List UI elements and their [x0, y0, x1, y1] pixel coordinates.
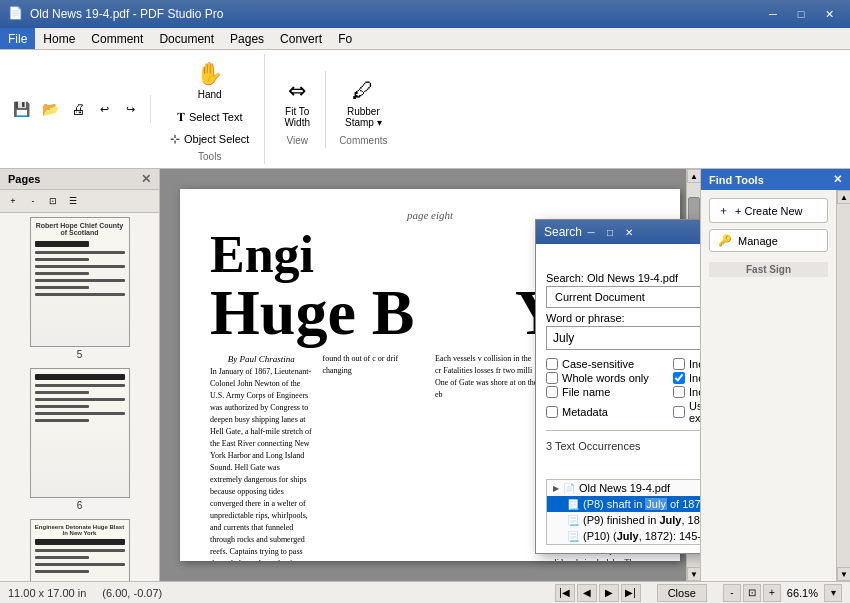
file-name-checkbox[interactable]: [546, 386, 558, 398]
metadata-option[interactable]: Metadata: [546, 400, 665, 424]
create-new-button[interactable]: ＋ + Create New: [709, 198, 828, 223]
result-file-header[interactable]: ▶ 📄 Old News 19-4.pdf: [547, 480, 700, 496]
print-button[interactable]: 🖨: [66, 95, 90, 123]
key-icon: 🔑: [718, 234, 732, 247]
case-sensitive-option[interactable]: Case-sensitive: [546, 358, 665, 370]
result-item-1[interactable]: 📃 (P9) finished in July, 1872." In fact,…: [547, 512, 700, 528]
close-right-panel-button[interactable]: ✕: [833, 173, 842, 186]
page-navigation: |◀ ◀ ▶ ▶|: [555, 584, 641, 602]
zoom-out-button[interactable]: -: [723, 584, 741, 602]
first-page-button[interactable]: |◀: [555, 584, 575, 602]
page-thumb-5[interactable]: Robert Hope Chief County of Scotland 5: [20, 217, 140, 360]
content-wrapper: Pages ✕ + - ⊡ ☰ Robert Hope Chief County…: [0, 169, 850, 581]
page-dimensions: 11.00 x 17.00 in: [8, 587, 86, 599]
close-pages-panel-button[interactable]: ✕: [141, 172, 151, 186]
menu-item-fo[interactable]: Fo: [330, 28, 360, 49]
rp-scroll-up[interactable]: ▲: [837, 190, 850, 204]
phrase-label: Word or phrase:: [546, 312, 700, 324]
search-phrase-input[interactable]: [546, 326, 700, 350]
use-regex-checkbox[interactable]: [673, 406, 685, 418]
app-window: 📄 Old News 19-4.pdf - PDF Studio Pro ─ □…: [0, 0, 850, 603]
body-text: In January of 1867, Lieutenant-Colonel J…: [210, 366, 313, 561]
scroll-up-button[interactable]: ▲: [687, 169, 700, 183]
close-button[interactable]: ✕: [816, 0, 842, 28]
zoom-fit-button[interactable]: ⊡: [743, 584, 761, 602]
menu-item-pages[interactable]: Pages: [222, 28, 272, 49]
tools-group: ✋ Hand 𝐓 Select Text ⊹ Object Select Too…: [155, 54, 265, 164]
pages-scroll[interactable]: ☰: [64, 192, 82, 210]
menu-item-home[interactable]: Home: [35, 28, 83, 49]
menu-item-convert[interactable]: Convert: [272, 28, 330, 49]
page-6-label: 6: [77, 500, 83, 511]
result-icon-0: 📃: [567, 499, 579, 510]
result-icon-2: 📃: [567, 531, 579, 542]
hand-tool-button[interactable]: ✋ Hand: [189, 56, 230, 105]
maximize-button[interactable]: □: [788, 0, 814, 28]
redo-button[interactable]: ↪: [118, 95, 142, 123]
include-fields-checkbox[interactable]: [673, 372, 685, 384]
menu-item-comment[interactable]: Comment: [83, 28, 151, 49]
object-select-button[interactable]: ⊹ Object Select: [163, 129, 256, 149]
undo-button[interactable]: ↩: [92, 95, 116, 123]
pages-zoom-out[interactable]: -: [24, 192, 42, 210]
scroll-down-button[interactable]: ▼: [687, 567, 700, 581]
last-page-button[interactable]: ▶|: [621, 584, 641, 602]
manage-button[interactable]: 🔑 Manage: [709, 229, 828, 252]
right-panel-content: ＋ + Create New 🔑 Manage Fast Sign: [701, 190, 836, 581]
zoom-level: 66.1%: [783, 587, 822, 599]
page-5-image[interactable]: Robert Hope Chief County of Scotland: [30, 217, 130, 347]
document-view[interactable]: page eight Engi ate Huge B York: [160, 169, 700, 581]
search-scope-select[interactable]: Current Document: [546, 286, 700, 308]
menu-item-file[interactable]: File: [0, 28, 35, 49]
byline: By Paul Chrastina: [210, 353, 313, 366]
pages-fit[interactable]: ⊡: [44, 192, 62, 210]
menu-bar: File Home Comment Document Pages Convert…: [0, 28, 850, 50]
zoom-controls: - ⊡ + 66.1% ▾: [723, 584, 842, 602]
include-attachments-checkbox[interactable]: [673, 386, 685, 398]
close-status-button[interactable]: Close: [657, 584, 707, 602]
create-new-label: + Create New: [735, 205, 803, 217]
result-icon-1: 📃: [567, 515, 579, 526]
include-comments-option[interactable]: Include comments: [673, 358, 700, 370]
file-name-option[interactable]: File name: [546, 386, 665, 398]
page-6-image[interactable]: [30, 368, 130, 498]
pages-zoom-in[interactable]: +: [4, 192, 22, 210]
whole-words-checkbox[interactable]: [546, 372, 558, 384]
fit-width-icon: ⇔: [288, 78, 306, 104]
page-7-image[interactable]: Engineers Detonate Huge Blast In New Yor…: [30, 519, 130, 581]
right-panel-scrollbar[interactable]: ▲ ▼: [836, 190, 850, 581]
rubber-stamp-button[interactable]: 🖊 RubberStamp ▾: [338, 73, 389, 133]
rubber-stamp-label: RubberStamp ▾: [345, 106, 382, 128]
results-count: 3 Text Occurrences: [546, 440, 641, 452]
metadata-checkbox[interactable]: [546, 406, 558, 418]
use-regex-option[interactable]: Use regular expression: [673, 400, 700, 424]
result-item-0[interactable]: 📃 (P8) shaft in July of 1870, they began: [547, 496, 700, 512]
hand-tool-label: Hand: [198, 89, 222, 100]
search-dialog-title: Search: [544, 225, 582, 239]
fit-width-button[interactable]: ⇔ Fit ToWidth: [277, 73, 317, 133]
zoom-dropdown-button[interactable]: ▾: [824, 584, 842, 602]
zoom-in-button[interactable]: +: [763, 584, 781, 602]
case-sensitive-checkbox[interactable]: [546, 358, 558, 370]
save-button[interactable]: 💾: [8, 95, 35, 123]
page-thumb-7[interactable]: Engineers Detonate Huge Blast In New Yor…: [20, 519, 140, 581]
select-text-icon: 𝐓: [177, 110, 185, 124]
minimize-button[interactable]: ─: [760, 0, 786, 28]
open-button[interactable]: 📂: [37, 95, 64, 123]
menu-item-document[interactable]: Document: [151, 28, 222, 49]
next-page-button[interactable]: ▶: [599, 584, 619, 602]
dialog-maximize-button[interactable]: □: [601, 224, 619, 240]
include-fields-option[interactable]: Include form fields: [673, 372, 700, 384]
include-comments-checkbox[interactable]: [673, 358, 685, 370]
dialog-close-button[interactable]: ✕: [620, 224, 638, 240]
select-text-button[interactable]: 𝐓 Select Text: [170, 107, 250, 127]
page-thumb-6[interactable]: 6: [20, 368, 140, 511]
whole-words-option[interactable]: Whole words only: [546, 372, 665, 384]
rp-scroll-down[interactable]: ▼: [837, 567, 850, 581]
prev-page-button[interactable]: ◀: [577, 584, 597, 602]
include-attachments-option[interactable]: Include attachments: [673, 386, 700, 398]
find-tools-header: Find Tools ✕: [701, 169, 850, 190]
title-bar-text: Old News 19-4.pdf - PDF Studio Pro: [30, 7, 760, 21]
result-item-2[interactable]: 📃 (P10) (July, 1872): 145-149.: [547, 528, 700, 544]
dialog-minimize-button[interactable]: ─: [582, 224, 600, 240]
